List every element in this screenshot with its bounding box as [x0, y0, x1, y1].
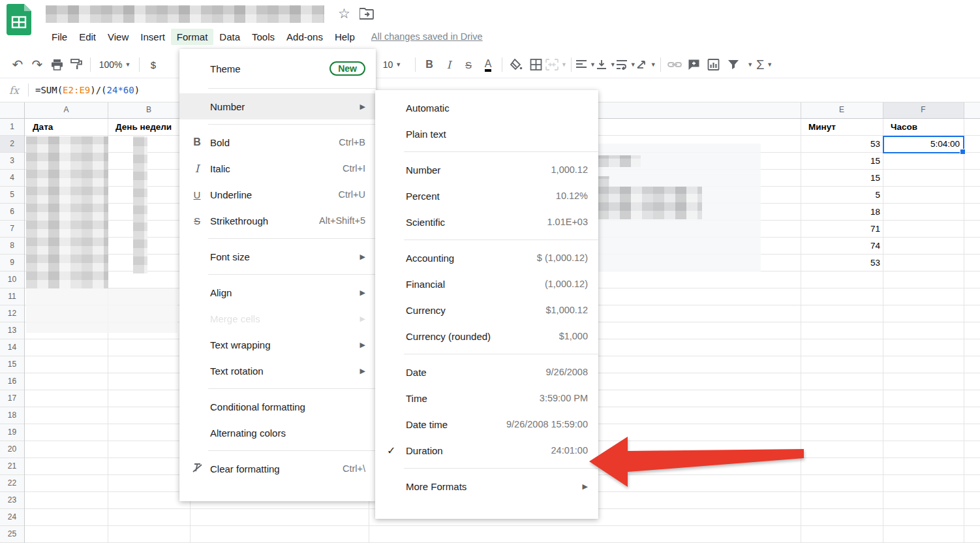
cell-value[interactable]: 15 — [801, 153, 880, 170]
selected-cell-outline[interactable] — [883, 136, 964, 153]
select-all-corner[interactable] — [0, 101, 25, 119]
menu-item-plain-text[interactable]: Plain text — [375, 121, 598, 147]
horizontal-align-button[interactable]: ▼ — [575, 55, 596, 74]
menu-item-currency-rounded[interactable]: Currency (rounded) $1,000 — [375, 323, 598, 349]
menu-tools[interactable]: Tools — [246, 29, 281, 45]
menu-item-underline[interactable]: U Underline Ctrl+U — [179, 181, 376, 208]
row-header[interactable]: 9 — [0, 255, 24, 272]
format-currency-button[interactable]: $ — [144, 55, 163, 74]
menu-item-text-wrapping[interactable]: Text wrapping ▶ — [179, 332, 376, 358]
cell-a1[interactable]: Дата — [29, 119, 107, 136]
row-header[interactable]: 18 — [0, 407, 24, 424]
menu-item-align[interactable]: Align ▶ — [179, 279, 376, 305]
bold-button[interactable]: B — [420, 55, 439, 74]
cell-value[interactable]: 53 — [801, 255, 880, 272]
column-header-a[interactable]: A — [25, 101, 108, 118]
fill-color-button[interactable] — [506, 55, 526, 74]
formula-input[interactable]: =SUM(E2:E9)/(24*60) — [35, 85, 140, 95]
text-wrapping-button[interactable]: ▼ — [616, 55, 636, 74]
row-header[interactable]: 7 — [0, 221, 24, 238]
column-header-b[interactable]: B — [108, 101, 190, 118]
menu-item-bold[interactable]: B Bold Ctrl+B — [179, 129, 376, 155]
cell-value[interactable]: 53 — [801, 136, 880, 153]
menu-item-date[interactable]: Date 9/26/2008 — [375, 359, 598, 385]
menu-item-scientific[interactable]: Scientific 1.01E+03 — [375, 209, 598, 235]
text-color-button[interactable]: A — [478, 55, 498, 74]
menu-item-font-size[interactable]: Font size ▶ — [179, 243, 376, 270]
menu-view[interactable]: View — [102, 29, 134, 45]
row-header[interactable]: 23 — [0, 492, 24, 509]
row-header[interactable]: 12 — [0, 305, 24, 322]
italic-button[interactable]: I — [439, 55, 459, 74]
menu-addons[interactable]: Add-ons — [281, 29, 329, 45]
menu-item-percent[interactable]: Percent 10.12% — [375, 183, 598, 209]
print-button[interactable] — [47, 55, 67, 74]
document-title-blurred[interactable] — [46, 5, 324, 23]
row-header[interactable]: 3 — [0, 153, 24, 170]
star-icon[interactable]: ☆ — [338, 6, 350, 22]
column-header-e[interactable]: E — [801, 101, 883, 118]
menu-item-theme[interactable]: Theme New — [179, 54, 376, 84]
cell-f1[interactable]: Часов — [887, 119, 962, 136]
row-header[interactable]: 11 — [0, 288, 24, 305]
menu-item-clear-formatting[interactable]: Clear formatting Ctrl+\ — [179, 456, 376, 482]
row-header[interactable]: 21 — [0, 458, 24, 475]
menu-format[interactable]: Format — [171, 29, 214, 45]
save-status-link[interactable]: All changes saved in Drive — [371, 31, 483, 42]
column-header-f[interactable]: F — [883, 101, 964, 118]
row-header[interactable]: 10 — [0, 272, 24, 288]
row-header[interactable]: 17 — [0, 390, 24, 407]
row-header[interactable]: 8 — [0, 238, 24, 255]
zoom-select[interactable]: 100%▼ — [95, 55, 135, 74]
cell-value[interactable]: 18 — [801, 204, 880, 221]
undo-button[interactable]: ↶ — [8, 55, 27, 74]
cell-value[interactable]: 15 — [801, 170, 880, 187]
filter-button[interactable] — [724, 55, 743, 74]
cell-e1[interactable]: Минут — [804, 119, 881, 136]
functions-button[interactable]: Σ▼ — [755, 55, 774, 74]
row-header[interactable]: 25 — [0, 526, 24, 543]
menu-item-merge-cells[interactable]: Merge cells ▶ — [179, 305, 376, 332]
row-header[interactable]: 4 — [0, 170, 24, 187]
menu-item-conditional-formatting[interactable]: Conditional formatting — [179, 394, 376, 420]
insert-link-button[interactable] — [665, 55, 684, 74]
row-header[interactable]: 16 — [0, 373, 24, 390]
row-header[interactable]: 15 — [0, 356, 24, 373]
menu-item-strikethrough[interactable]: S Strikethrough Alt+Shift+5 — [179, 208, 376, 234]
menu-insert[interactable]: Insert — [134, 29, 171, 45]
menu-item-duration[interactable]: ✓ Duration 24:01:00 — [375, 437, 598, 463]
insert-comment-button[interactable] — [684, 55, 704, 74]
font-size-select[interactable]: 10▼ — [373, 55, 411, 74]
menu-item-accounting[interactable]: Accounting $ (1,000.12) — [375, 245, 598, 271]
move-to-folder-icon[interactable] — [360, 7, 374, 23]
vertical-align-button[interactable]: ▼ — [596, 55, 616, 74]
menu-item-number[interactable]: Number ▶ — [179, 93, 376, 119]
borders-button[interactable] — [526, 55, 545, 74]
menu-help[interactable]: Help — [329, 29, 361, 45]
row-header[interactable]: 13 — [0, 322, 24, 339]
menu-item-financial[interactable]: Financial (1,000.12) — [375, 271, 598, 297]
insert-chart-button[interactable] — [704, 55, 724, 74]
redo-button[interactable]: ↷ — [27, 55, 47, 74]
menu-item-currency[interactable]: Currency $1,000.12 — [375, 297, 598, 323]
fill-handle[interactable] — [960, 149, 966, 155]
menu-item-date-time[interactable]: Date time 9/26/2008 15:59:00 — [375, 411, 598, 437]
row-header[interactable]: 14 — [0, 339, 24, 356]
cell-value[interactable]: 5 — [801, 187, 880, 204]
menu-data[interactable]: Data — [213, 29, 246, 45]
menu-item-time[interactable]: Time 3:59:00 PM — [375, 385, 598, 411]
row-header[interactable]: 19 — [0, 424, 24, 441]
strikethrough-button[interactable]: S — [459, 55, 478, 74]
filter-views-dropdown[interactable]: ▼ — [743, 55, 755, 74]
menu-item-text-rotation[interactable]: Text rotation ▶ — [179, 358, 376, 384]
menu-item-more-formats[interactable]: More Formats ▶ — [375, 473, 598, 499]
cell-b1[interactable]: День недели — [112, 119, 190, 136]
merge-cells-button[interactable]: ▼ — [545, 55, 567, 74]
menu-item-italic[interactable]: I Italic Ctrl+I — [179, 155, 376, 181]
menu-item-alternating-colors[interactable]: Alternating colors — [179, 420, 376, 446]
row-header[interactable]: 5 — [0, 187, 24, 204]
row-header[interactable]: 24 — [0, 509, 24, 526]
menu-edit[interactable]: Edit — [73, 29, 102, 45]
row-header[interactable]: 22 — [0, 475, 24, 492]
menu-file[interactable]: File — [46, 29, 73, 45]
